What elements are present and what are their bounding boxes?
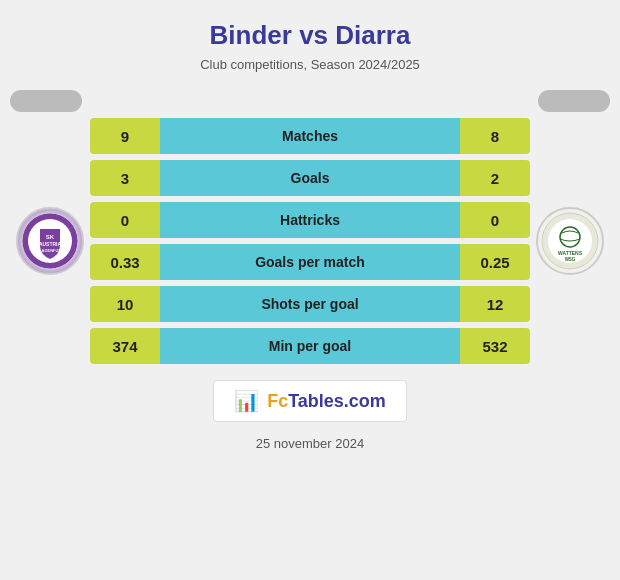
sponsor-icon: 📊 xyxy=(234,389,259,413)
stat-row-min-per-goal: 374 Min per goal 532 xyxy=(90,328,530,364)
team-left-logo: SK AUSTRIA KLAGENFURT xyxy=(10,207,90,275)
austria-klagenfurt-badge: SK AUSTRIA KLAGENFURT xyxy=(20,211,80,271)
stat-left-matches: 9 xyxy=(90,118,160,154)
stat-row-goals-per-match: 0.33 Goals per match 0.25 xyxy=(90,244,530,280)
team-right-circle: WATTENS WSG xyxy=(536,207,604,275)
svg-text:KLAGENFURT: KLAGENFURT xyxy=(36,248,64,253)
stats-section: SK AUSTRIA KLAGENFURT 9 Matches 8 3 Goal… xyxy=(10,118,610,364)
wsg-swarovski-badge: WATTENS WSG xyxy=(540,211,600,271)
stat-label-gpm: Goals per match xyxy=(160,244,460,280)
page-subtitle: Club competitions, Season 2024/2025 xyxy=(200,57,420,72)
date-text: 25 november 2024 xyxy=(256,436,364,451)
stat-left-spg: 10 xyxy=(90,286,160,322)
stat-row-hattricks: 0 Hattricks 0 xyxy=(90,202,530,238)
sponsor-box: 📊 FcTables.com xyxy=(213,380,407,422)
svg-text:AUSTRIA: AUSTRIA xyxy=(39,241,62,247)
right-pill-top xyxy=(538,90,610,112)
svg-text:SK: SK xyxy=(46,234,55,240)
team-right-logo: WATTENS WSG xyxy=(530,207,610,275)
svg-text:WATTENS: WATTENS xyxy=(558,250,583,256)
page-container: Binder vs Diarra Club competitions, Seas… xyxy=(0,0,620,580)
left-pill-top xyxy=(10,90,82,112)
stat-right-goals: 2 xyxy=(460,160,530,196)
stat-row-matches: 9 Matches 8 xyxy=(90,118,530,154)
stat-right-hattricks: 0 xyxy=(460,202,530,238)
svg-point-7 xyxy=(560,227,580,247)
stat-label-mpg: Min per goal xyxy=(160,328,460,364)
stat-right-matches: 8 xyxy=(460,118,530,154)
stat-left-hattricks: 0 xyxy=(90,202,160,238)
stat-left-mpg: 374 xyxy=(90,328,160,364)
logos-top-row xyxy=(10,90,610,112)
stat-label-hattricks: Hattricks xyxy=(160,202,460,238)
stat-right-gpm: 0.25 xyxy=(460,244,530,280)
stat-label-matches: Matches xyxy=(160,118,460,154)
stat-left-goals: 3 xyxy=(90,160,160,196)
stat-right-mpg: 532 xyxy=(460,328,530,364)
stat-row-shots-per-goal: 10 Shots per goal 12 xyxy=(90,286,530,322)
stat-row-goals: 3 Goals 2 xyxy=(90,160,530,196)
stats-rows: 9 Matches 8 3 Goals 2 0 Hattricks 0 0.33… xyxy=(90,118,530,364)
team-left-circle: SK AUSTRIA KLAGENFURT xyxy=(16,207,84,275)
stat-left-gpm: 0.33 xyxy=(90,244,160,280)
sponsor-fc: Fc xyxy=(267,391,288,411)
stat-label-goals: Goals xyxy=(160,160,460,196)
stat-right-spg: 12 xyxy=(460,286,530,322)
page-title: Binder vs Diarra xyxy=(210,20,411,51)
svg-text:WSG: WSG xyxy=(565,257,576,262)
stat-label-spg: Shots per goal xyxy=(160,286,460,322)
sponsor-text: FcTables.com xyxy=(267,391,386,412)
